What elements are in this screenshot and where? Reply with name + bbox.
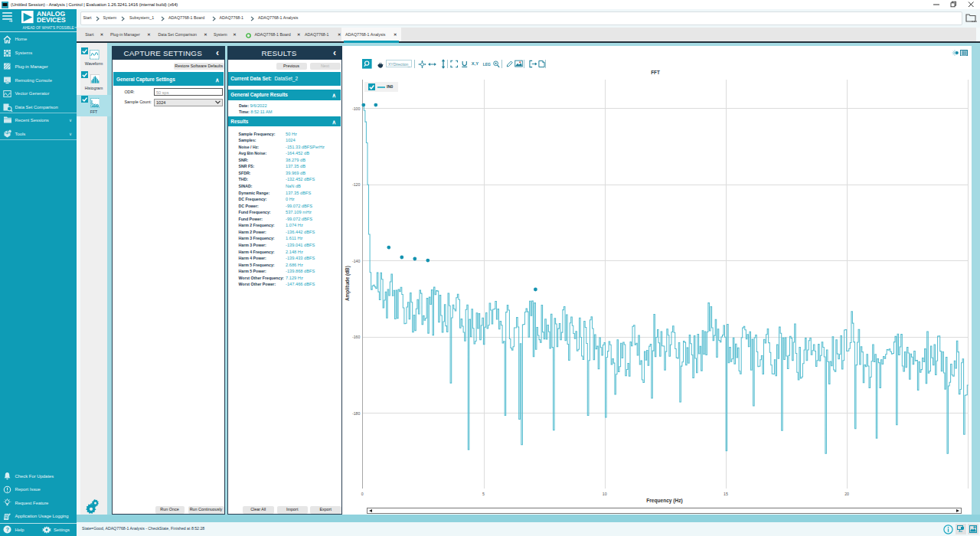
svg-text:>_: >_ [5,78,8,82]
svg-text:?: ? [5,526,9,533]
